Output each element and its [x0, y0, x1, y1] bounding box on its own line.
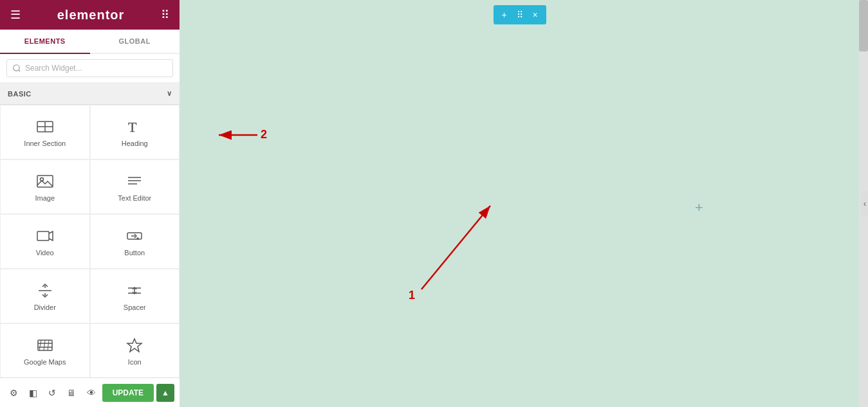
widget-spacer-label: Spacer [124, 303, 146, 311]
search-input[interactable] [6, 59, 173, 77]
widget-divider-label: Divider [34, 303, 56, 311]
widget-text-editor-label: Text Editor [118, 194, 151, 202]
tab-elements[interactable]: ELEMENTS [0, 30, 90, 54]
hamburger-icon[interactable]: ☰ [10, 8, 21, 22]
widget-image-label: Image [35, 194, 55, 202]
main-canvas[interactable]: + ⠿ × + 1 2 [180, 0, 859, 407]
widget-video-label: Video [36, 249, 54, 257]
widget-image[interactable]: Image [0, 159, 90, 214]
canvas-add-button[interactable]: + [497, 8, 512, 22]
star-icon [125, 336, 143, 354]
sidebar-bottom: ⚙ ◧ ↺ 🖥 👁 UPDATE ▲ [0, 377, 180, 407]
video-icon [36, 227, 54, 245]
widget-inner-section-label: Inner Section [24, 140, 66, 147]
spacer-icon [125, 282, 143, 300]
widget-google-maps[interactable]: Google Maps [0, 323, 90, 377]
canvas-close-button[interactable]: × [528, 8, 542, 22]
update-button[interactable]: UPDATE [102, 384, 154, 402]
heading-icon: T [125, 118, 143, 136]
widget-icon-label: Icon [128, 358, 142, 366]
canvas-toolbar: + ⠿ × [494, 5, 546, 24]
preview-icon[interactable]: 👁 [83, 383, 100, 402]
settings-icon[interactable]: ⚙ [5, 383, 22, 402]
widget-button[interactable]: Button [90, 214, 180, 269]
search-bar [0, 54, 180, 83]
responsive-icon[interactable]: 🖥 [63, 383, 80, 402]
update-dropdown-button[interactable]: ▲ [156, 384, 174, 402]
sidebar-collapse-handle[interactable] [861, 191, 868, 217]
svg-rect-4 [37, 176, 53, 187]
widget-spacer[interactable]: Spacer [90, 269, 180, 323]
widget-grid: Inner Section T Heading Image [0, 105, 180, 377]
widget-text-editor[interactable]: Text Editor [90, 159, 180, 214]
widget-inner-section[interactable]: Inner Section [0, 105, 90, 159]
layers-icon[interactable]: ◧ [24, 383, 41, 402]
widget-icon[interactable]: Icon [90, 323, 180, 377]
scrollbar-thumb[interactable] [859, 0, 868, 51]
basic-section-label: BASIC ∨ [0, 83, 180, 105]
section-label-text: BASIC [8, 90, 32, 98]
widget-video[interactable]: Video [0, 214, 90, 269]
canvas-add-section-button[interactable]: + [695, 199, 703, 216]
svg-text:2: 2 [261, 128, 267, 141]
image-icon [36, 172, 54, 190]
button-icon [125, 227, 143, 245]
widget-heading-label: Heading [122, 140, 148, 147]
widget-google-maps-label: Google Maps [24, 358, 66, 366]
svg-rect-9 [37, 231, 49, 240]
brand-logo: elementor [57, 8, 125, 23]
svg-text:1: 1 [409, 289, 415, 302]
divider-icon [36, 282, 54, 300]
widget-divider[interactable]: Divider [0, 269, 90, 323]
sidebar: ☰ elementor ⠿ ELEMENTS GLOBAL BASIC ∨ In… [0, 0, 180, 407]
svg-point-12 [137, 238, 138, 239]
svg-text:T: T [128, 119, 137, 135]
sidebar-header: ☰ elementor ⠿ [0, 0, 180, 30]
svg-line-22 [421, 206, 490, 289]
sidebar-tabs: ELEMENTS GLOBAL [0, 30, 180, 54]
text-editor-icon [125, 172, 143, 190]
history-icon[interactable]: ↺ [44, 383, 60, 402]
map-icon [36, 336, 54, 354]
grid-icon[interactable]: ⠿ [161, 8, 169, 22]
section-collapse-icon[interactable]: ∨ [167, 89, 172, 98]
canvas-move-button[interactable]: ⠿ [513, 8, 527, 22]
widget-button-label: Button [124, 249, 145, 257]
inner-section-icon [36, 118, 54, 136]
annotation-overlay: 1 2 [180, 0, 859, 407]
widget-heading[interactable]: T Heading [90, 105, 180, 159]
tab-global[interactable]: GLOBAL [90, 30, 180, 53]
svg-marker-20 [127, 339, 142, 352]
